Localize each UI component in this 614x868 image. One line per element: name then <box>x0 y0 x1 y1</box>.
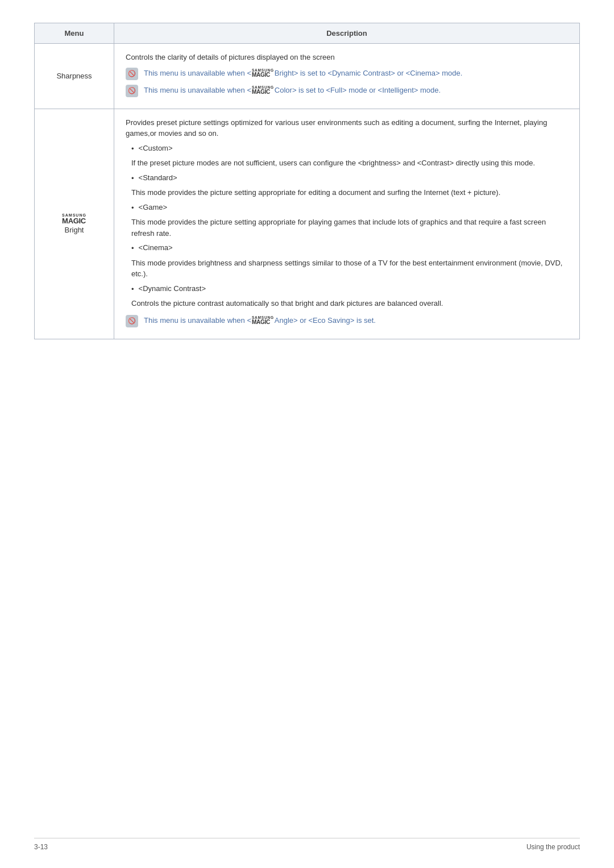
custom-desc: If the preset picture modes are not suff… <box>131 157 568 169</box>
bullet-game-label: <Game> <box>139 202 168 213</box>
bullet-dot-1: • <box>131 143 134 155</box>
bullet-game: • <Game> <box>131 202 568 214</box>
desc-cell-sharpness: Controls the clarity of details of pictu… <box>114 44 580 109</box>
bullet-custom-label: <Custom> <box>139 143 173 154</box>
warning-icon-2: 🚫 <box>126 85 138 97</box>
desc-cell-magic-bright: Provides preset picture settings optimiz… <box>114 109 580 339</box>
warning-icon-1: 🚫 <box>126 68 138 80</box>
bullet-standard: • <Standard> <box>131 172 568 184</box>
page-section-label: Using the product <box>526 843 580 851</box>
sharpness-warning-1-text: This menu is unavailable when <SAMSUNGMA… <box>144 68 462 79</box>
page-number: 3-13 <box>34 843 48 851</box>
magic-bright-warning-text: This menu is unavailable when <SAMSUNGMA… <box>144 315 376 326</box>
warning-icon-3: 🚫 <box>126 315 138 327</box>
menu-cell-sharpness: Sharpness <box>35 44 114 109</box>
sharpness-intro: Controls the clarity of details of pictu… <box>126 52 568 63</box>
bullet-dynamic-contrast-label: <Dynamic Contrast> <box>139 283 206 294</box>
sharpness-warning-2: 🚫 This menu is unavailable when <SAMSUNG… <box>126 85 568 97</box>
bullet-dot-3: • <box>131 202 134 214</box>
bullet-cinema-label: <Cinema> <box>139 242 173 254</box>
table-row-magic-bright: SAMSUNG MAGIC Bright Provides preset pic… <box>35 109 580 339</box>
dynamic-contrast-desc: Controls the picture contrast automatica… <box>131 298 568 309</box>
description-column-header: Description <box>114 23 580 44</box>
cinema-desc: This mode provides brightness and sharpn… <box>131 258 568 280</box>
page-footer: 3-13 Using the product <box>34 838 580 851</box>
magic-bright-intro: Provides preset picture settings optimiz… <box>126 117 568 139</box>
bullet-custom: • <Custom> <box>131 143 568 155</box>
bullet-dynamic-contrast: • <Dynamic Contrast> <box>131 283 568 295</box>
magic-bright-warning: 🚫 This menu is unavailable when <SAMSUNG… <box>126 315 568 327</box>
bullet-dot-5: • <box>131 284 134 295</box>
table-row-sharpness: Sharpness Controls the clarity of detail… <box>35 44 580 109</box>
standard-desc: This mode provides the picture setting a… <box>131 187 568 198</box>
sharpness-warning-1: 🚫 This menu is unavailable when <SAMSUNG… <box>126 68 568 80</box>
menu-column-header: Menu <box>35 23 114 44</box>
bullet-dot-4: • <box>131 243 134 254</box>
bullet-standard-label: <Standard> <box>139 172 177 184</box>
menu-cell-magic-bright: SAMSUNG MAGIC Bright <box>35 109 114 339</box>
magic-bright-menu-label: SAMSUNG MAGIC Bright <box>44 213 105 234</box>
sharpness-warning-2-text: This menu is unavailable when <SAMSUNGMA… <box>144 85 441 96</box>
sharpness-label: Sharpness <box>56 72 92 80</box>
game-desc: This mode provides the picture setting a… <box>131 217 568 239</box>
bullet-dot-2: • <box>131 173 134 184</box>
bullet-cinema: • <Cinema> <box>131 242 568 254</box>
bright-text: Bright <box>65 226 84 234</box>
